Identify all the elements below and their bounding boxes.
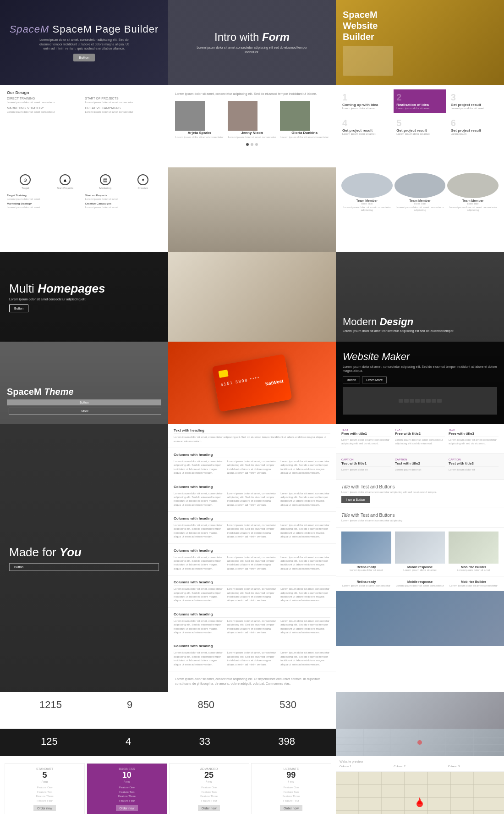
price-btn-4[interactable]: Order now: [280, 805, 302, 811]
price-plan-1: Standart 5 / mo Feature OneFeature TwoFe…: [5, 763, 85, 814]
credit-card-visual: 4151 3808 **** NatWest: [212, 354, 292, 411]
hero-website-builder: SpaceM Website Builder: [336, 0, 504, 85]
stats-light-section: 1215 9 850 530: [0, 692, 336, 729]
dark-stat-2: 4: [126, 736, 131, 748]
hero-intro: Intro with Form Lorem ipsum dolor sit am…: [168, 0, 336, 85]
stat-3: 850: [197, 699, 214, 711]
modern-design-section: Modern Design Lorem ipsum dolor sit amet…: [336, 252, 504, 342]
col-2-2: Lorem ipsum dolor sit amet, consectetur …: [227, 492, 277, 507]
icon-chart: ▤: [100, 174, 111, 185]
price-btn-3[interactable]: Order now: [198, 805, 220, 811]
team-member-1: Arjeta Sparks Lorem ipsum dolor sit amet…: [175, 101, 224, 139]
col-6-3: Lorem ipsum dolor sit amet, consectetur …: [280, 619, 330, 635]
row-4: Multi Homepages Lorem ipsum dolor sit am…: [0, 252, 504, 342]
retina-item-3: Mobirise Builder Lorem ipsum dolor sit a…: [449, 532, 499, 572]
spacem-hero-btn[interactable]: Button: [73, 54, 95, 61]
spacem-desc: Lorem ipsum dolor sit amet, consectetur …: [38, 38, 130, 51]
lorem-paragraph: Lorem ipsum dolor sit amet, consectetur …: [168, 671, 336, 692]
pag-dot-2[interactable]: [251, 143, 253, 146]
team-member-2-avatar: [228, 101, 257, 131]
col-5-3: Lorem ipsum dolor sit amet, consectetur …: [280, 587, 330, 603]
col-heading-3: Columns with heading Lorem ipsum dolor s…: [168, 480, 336, 512]
circle-avatar-2: [394, 173, 446, 198]
website-maker-btns: Button Learn More: [343, 377, 497, 383]
stat-4: 530: [279, 699, 296, 711]
map-lines: [336, 729, 504, 756]
col-heading-8: Columns with heading Lorem ipsum dolor s…: [168, 639, 336, 671]
multi-homepage-desc: Lorem ipsum dolor sit amet consectetur a…: [9, 298, 86, 301]
three-col-6: Lorem ipsum dolor sit amet, consectetur …: [174, 619, 330, 635]
team-member-2-name: Jenny Nixon: [228, 131, 277, 135]
team-member-1-desc: Lorem ipsum dolor sit amet consectetur: [175, 136, 224, 139]
website-maker-section: Website Maker Lorem ipsum dolor sit amet…: [336, 342, 504, 424]
spacem-theme-btn[interactable]: Button: [7, 399, 161, 405]
title-btn-1: Title with Test and Buttons Lorem ipsum …: [336, 480, 504, 509]
modern-design-title: Modern Design: [343, 316, 413, 328]
svg-point-8: [417, 740, 422, 745]
website-maker-btn2[interactable]: Learn More: [362, 377, 387, 383]
three-col-4: Lorem ipsum dolor sit amet, consectetur …: [174, 555, 330, 571]
dark-stats-section: 125 4 33 398: [0, 729, 336, 756]
price-btn-2[interactable]: Order now: [116, 805, 138, 811]
team-members: Arjeta Sparks Lorem ipsum dolor sit amet…: [175, 101, 329, 139]
col-4-2: Lorem ipsum dolor sit amet, consectetur …: [227, 555, 277, 571]
retina-item-6: Mobirise Builder Lorem ipsum dolor sit a…: [449, 580, 499, 587]
col-heading-2: Columns with heading Lorem ipsum dolor s…: [168, 448, 336, 480]
col-5-2: Lorem ipsum dolor sit amet, consectetur …: [227, 587, 277, 603]
icon-item-3: ▤ Marketing: [99, 174, 111, 189]
tt-item-1: Text Free with title1 Lorem ipsum dolor …: [341, 428, 391, 446]
map-large: [336, 772, 504, 814]
col-6-1: Lorem ipsum dolor sit amet, consectetur …: [174, 619, 224, 635]
dark-stats-grid: 125 4 33 398: [7, 736, 329, 748]
title-btn-1-btn[interactable]: I am a Button: [341, 496, 370, 503]
website-maker-btn1[interactable]: Button: [343, 377, 360, 383]
three-col-7: Lorem ipsum dolor sit amet, consectetur …: [174, 651, 330, 666]
row-6: Made for You Button Text with heading Lo…: [0, 424, 504, 692]
map-section-small: [336, 729, 504, 756]
made-for-you-section: Made for You Button: [0, 424, 168, 692]
tt-item-2: Text Free with title2 Lorem ipsum dolor …: [395, 428, 445, 446]
pag-dot-1[interactable]: [246, 143, 249, 146]
website-maker-desc: Lorem ipsum dolor sit amet, consectetur …: [343, 365, 497, 373]
preview-cols: Column 1 Column 2 Column 3: [340, 765, 500, 768]
tt-item-3: Text Free with title3 Lorem ipsum dolor …: [449, 428, 499, 446]
circle-avatar-3: [447, 173, 499, 198]
spacem-theme-btn2[interactable]: More: [9, 408, 161, 415]
team-member-2-desc: Lorem ipsum dolor sit amet consectetur: [228, 136, 277, 139]
keyboard-visual: [343, 387, 497, 415]
keyboard-keys: [399, 399, 442, 403]
icon-row-section: ⊙ Target ▲ Start Projects ▤ Marketing ✦ …: [0, 167, 168, 252]
row-2: Our Design Direct Training Lorem ipsum d…: [0, 85, 504, 167]
col-6-2: Lorem ipsum dolor sit amet, consectetur …: [227, 619, 277, 635]
col-7-3: Lorem ipsum dolor sit amet, consectetur …: [280, 651, 330, 666]
website-builder-preview: [343, 46, 393, 76]
price-btn-1[interactable]: Order now: [33, 805, 56, 811]
pag-dot-3[interactable]: [255, 143, 258, 146]
room-photo-inner: [168, 167, 336, 252]
col-2-1: Lorem ipsum dolor sit amet, consectetur …: [174, 492, 224, 507]
circle-person-3: Team Member Role Title Lorem ipsum dolor…: [447, 173, 499, 211]
multi-homepage-section: Multi Homepages Lorem ipsum dolor sit am…: [0, 252, 168, 342]
team-member-3-avatar: [280, 101, 310, 131]
row-dark-stats: 125 4 33 398: [0, 729, 504, 756]
dark-stat-1: 125: [41, 736, 58, 748]
retina-row-2: Retina ready Lorem ipsum dolor sit amet …: [341, 580, 499, 587]
our-design-title: Our Design: [7, 90, 161, 95]
spacem-title: SpaceM SpaceM Page Builder: [10, 23, 159, 35]
retina-item-2: Mobile response Lorem ipsum dolor sit am…: [395, 532, 445, 572]
card-chip: [218, 370, 228, 378]
intro-desc: Lorem ipsum dolor sit amet consectetur a…: [192, 45, 312, 54]
team-member-1-name: Arjeta Sparks: [175, 131, 224, 135]
dark-stat-3: 33: [199, 736, 210, 748]
multi-homepage-btn[interactable]: Button: [9, 305, 28, 312]
stat-1: 1215: [39, 699, 62, 711]
retina-img-2: [395, 532, 445, 564]
right-sections: Text Free with title1 Lorem ipsum dolor …: [336, 424, 504, 692]
pricing-section: Standart 5 / mo Feature OneFeature TwoFe…: [0, 756, 336, 814]
content-columns-section: Text with heading Lorem ipsum dolor sit …: [168, 424, 336, 692]
three-col-3: Lorem ipsum dolor sit amet, consectetur …: [174, 523, 330, 539]
tt-item-4: Caption Test with title1 Lorem ipsum dol…: [341, 458, 391, 472]
made-for-you-btn[interactable]: Button: [9, 563, 159, 571]
col-7-1: Lorem ipsum dolor sit amet, consectetur …: [174, 651, 224, 666]
crowd-photo: [336, 692, 504, 729]
